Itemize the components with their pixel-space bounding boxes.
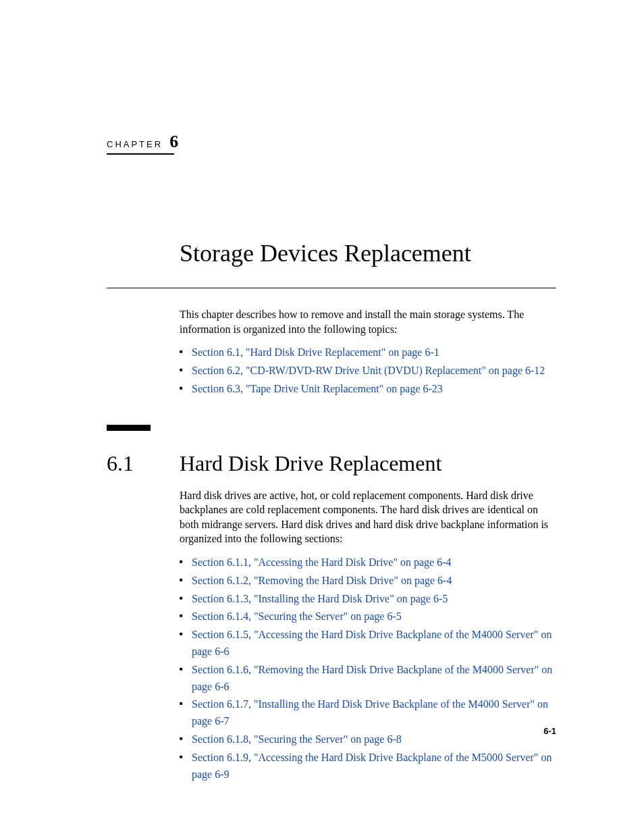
chapter-title: Storage Devices Replacement bbox=[180, 239, 556, 267]
toc-link[interactable]: Section 6.1, "Hard Disk Drive Replacemen… bbox=[192, 346, 439, 358]
section-toc-list: Section 6.1.1, "Accessing the Hard Disk … bbox=[180, 554, 556, 783]
document-page: CHAPTER 6 Storage Devices Replacement Th… bbox=[0, 0, 644, 783]
section-title: Hard Disk Drive Replacement bbox=[180, 451, 441, 476]
toc-link[interactable]: Section 6.1.9, "Accessing the Hard Disk … bbox=[192, 752, 552, 780]
list-item: Section 6.1.3, "Installing the Hard Disk… bbox=[180, 591, 556, 608]
section-intro: Hard disk drives are active, hot, or col… bbox=[180, 488, 556, 546]
list-item: Section 6.1.1, "Accessing the Hard Disk … bbox=[180, 554, 556, 571]
chapter-number: 6 bbox=[169, 132, 178, 152]
list-item: Section 6.1.6, "Removing the Hard Disk D… bbox=[180, 662, 556, 696]
list-item: Section 6.1.9, "Accessing the Hard Disk … bbox=[180, 750, 556, 783]
toc-link[interactable]: Section 6.2, "CD-RW/DVD-RW Drive Unit (D… bbox=[192, 365, 545, 376]
list-item: Section 6.2, "CD-RW/DVD-RW Drive Unit (D… bbox=[180, 363, 556, 380]
list-item: Section 6.1.5, "Accessing the Hard Disk … bbox=[180, 627, 556, 660]
toc-link[interactable]: Section 6.1.3, "Installing the Hard Disk… bbox=[192, 593, 448, 604]
list-item: Section 6.1.2, "Removing the Hard Disk D… bbox=[180, 573, 556, 590]
toc-link[interactable]: Section 6.3, "Tape Drive Unit Replacemen… bbox=[192, 383, 443, 394]
chapter-toc-list: Section 6.1, "Hard Disk Drive Replacemen… bbox=[180, 344, 556, 397]
title-rule bbox=[107, 288, 556, 288]
section-marker bbox=[107, 425, 151, 431]
section-heading: 6.1 Hard Disk Drive Replacement bbox=[107, 451, 556, 476]
list-item: Section 6.1.8, "Securing the Server" on … bbox=[180, 731, 556, 748]
page-number: 6-1 bbox=[543, 726, 556, 736]
list-item: Section 6.1, "Hard Disk Drive Replacemen… bbox=[180, 344, 556, 361]
toc-link[interactable]: Section 6.1.8, "Securing the Server" on … bbox=[192, 733, 402, 745]
toc-link[interactable]: Section 6.1.6, "Removing the Hard Disk D… bbox=[192, 664, 552, 692]
chapter-label: CHAPTER bbox=[107, 139, 163, 149]
list-item: Section 6.1.4, "Securing the Server" on … bbox=[180, 608, 556, 625]
toc-link[interactable]: Section 6.1.5, "Accessing the Hard Disk … bbox=[192, 629, 552, 657]
list-item: Section 6.3, "Tape Drive Unit Replacemen… bbox=[180, 381, 556, 398]
toc-link[interactable]: Section 6.1.2, "Removing the Hard Disk D… bbox=[192, 575, 452, 586]
toc-link[interactable]: Section 6.1.4, "Securing the Server" on … bbox=[192, 610, 402, 622]
toc-link[interactable]: Section 6.1.7, "Installing the Hard Disk… bbox=[192, 698, 548, 727]
chapter-header: CHAPTER 6 bbox=[107, 132, 174, 155]
toc-link[interactable]: Section 6.1.1, "Accessing the Hard Disk … bbox=[192, 556, 452, 568]
list-item: Section 6.1.7, "Installing the Hard Disk… bbox=[180, 696, 556, 730]
section-number: 6.1 bbox=[107, 451, 180, 476]
chapter-intro: This chapter describes how to remove and… bbox=[180, 307, 556, 336]
